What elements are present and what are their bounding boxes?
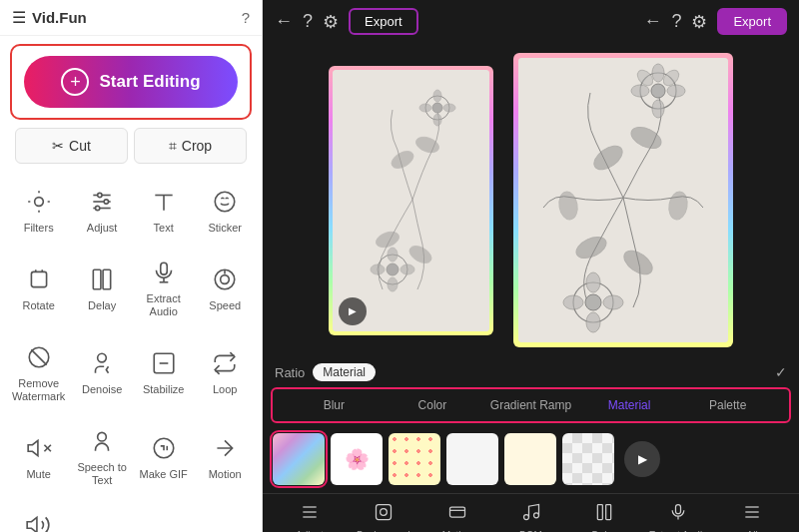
toolbar-extract-audio[interactable]: Extract Audio — [641, 502, 715, 532]
play-button-left[interactable]: ▶ — [339, 297, 367, 325]
svg-point-6 — [96, 206, 100, 210]
tool-text[interactable]: Text — [135, 176, 193, 243]
tab-blur[interactable]: Blur — [285, 393, 384, 417]
tool-boost-volume[interactable]: Boost Volume — [8, 499, 68, 532]
svg-point-36 — [432, 103, 442, 113]
toolbar-delay-icon — [594, 502, 614, 527]
material-badge[interactable]: Material — [313, 363, 376, 381]
sticker-icon — [207, 184, 243, 220]
tab-palette[interactable]: Palette — [678, 393, 777, 417]
tool-make-gif[interactable]: Make GIF — [135, 415, 193, 495]
start-editing-label: Start Editing — [99, 72, 200, 92]
stabilize-label: Stabilize — [143, 383, 185, 396]
motion-label: Motion — [209, 468, 242, 481]
export-button-right[interactable]: Export — [717, 8, 787, 35]
svg-point-44 — [388, 277, 398, 291]
tab-gradient-ramp[interactable]: Gradient Ramp — [481, 393, 580, 417]
svg-point-39 — [419, 104, 431, 112]
left-panel: ☰ Vid.Fun ? + Start Editing ✂ Cut ⌗ Crop… — [0, 0, 263, 532]
material-thumb-3[interactable] — [446, 433, 498, 485]
tab-color[interactable]: Color — [384, 393, 482, 417]
checkmark-icon[interactable]: ✓ — [775, 364, 787, 380]
tool-remove-watermark[interactable]: Remove Watermark — [8, 331, 69, 411]
right-help-icon[interactable]: ? — [303, 11, 313, 32]
delay-icon — [84, 262, 120, 297]
svg-point-58 — [631, 85, 649, 97]
svg-point-9 — [215, 192, 235, 212]
svg-marker-24 — [28, 440, 38, 455]
svg-point-72 — [380, 509, 387, 516]
play-button-material[interactable]: ▶ — [624, 441, 660, 477]
svg-rect-11 — [93, 269, 101, 289]
speed-label: Speed — [209, 299, 241, 312]
tool-motion[interactable]: Motion — [196, 415, 254, 495]
right-settings2-icon[interactable]: ⚙ — [691, 11, 707, 33]
tool-delay[interactable]: Delay — [73, 247, 131, 326]
filter-tabs: Blur Color Gradient Ramp Material Palett… — [271, 387, 791, 423]
crop-button[interactable]: ⌗ Crop — [134, 128, 247, 164]
tab-material[interactable]: Material — [580, 393, 679, 417]
right-help2-icon[interactable]: ? — [671, 11, 681, 32]
stabilize-icon — [146, 345, 182, 381]
cut-button[interactable]: ✂ Cut — [15, 128, 128, 164]
tools-grid: Filters Adjust Text Sticker Rotate — [0, 172, 262, 499]
svg-rect-10 — [31, 271, 46, 286]
filters-label: Filters — [24, 222, 54, 235]
export-button-left[interactable]: Export — [349, 8, 418, 35]
scissors-icon: ✂ — [52, 138, 64, 154]
material-thumb-4[interactable] — [504, 433, 556, 485]
svg-point-64 — [586, 272, 600, 292]
toolbar-delay[interactable]: Delay — [567, 502, 641, 532]
material-thumb-2[interactable] — [389, 433, 440, 485]
tool-rotate[interactable]: Rotate — [8, 247, 69, 326]
svg-rect-30 — [333, 70, 489, 331]
right-header-left: ← ? ⚙ Export — [275, 8, 418, 35]
sticker-label: Sticker — [208, 222, 242, 235]
back-arrow-right-icon[interactable]: ← — [643, 11, 661, 32]
toolbar-background-icon — [374, 502, 394, 527]
cut-label: Cut — [69, 138, 91, 154]
right-settings-icon[interactable]: ⚙ — [323, 11, 339, 33]
toolbar-adjust[interactable]: Adjust — [273, 502, 347, 532]
tool-sticker[interactable]: Sticker — [196, 176, 254, 243]
text-icon — [146, 184, 182, 220]
adjust-label: Adjust — [87, 222, 118, 235]
tool-extract-audio[interactable]: Extract Audio — [135, 247, 193, 326]
tool-loop[interactable]: Loop — [196, 331, 254, 411]
hamburger-icon[interactable]: ☰ — [12, 8, 26, 27]
back-arrow-icon[interactable]: ← — [275, 11, 293, 32]
crop-icon: ⌗ — [169, 138, 177, 155]
tool-adjust[interactable]: Adjust — [73, 176, 131, 243]
material-thumb-1[interactable]: 🌸 — [331, 433, 383, 485]
svg-point-37 — [433, 90, 441, 102]
toolbar-background[interactable]: Background — [347, 502, 420, 532]
tool-speech-to-text[interactable]: Speech to Text — [73, 415, 131, 495]
tool-filters[interactable]: Filters — [8, 176, 69, 243]
material-row: 🌸 ▶ — [263, 429, 799, 493]
svg-rect-76 — [598, 505, 603, 520]
start-editing-button[interactable]: + Start Editing — [24, 56, 238, 108]
extract-audio-icon — [146, 255, 182, 290]
tool-mute[interactable]: Mute — [8, 415, 69, 495]
svg-point-43 — [388, 248, 398, 262]
svg-rect-77 — [606, 505, 611, 520]
tool-denoise[interactable]: Denoise — [73, 331, 131, 411]
material-thumb-0[interactable] — [273, 433, 325, 485]
tool-stabilize[interactable]: Stabilize — [135, 331, 193, 411]
ratio-label: Ratio — [275, 365, 305, 380]
material-thumb-5[interactable] — [562, 433, 614, 485]
app-header-left: ☰ Vid.Fun — [12, 8, 87, 27]
svg-point-55 — [651, 84, 665, 98]
loop-label: Loop — [213, 383, 237, 396]
boost-volume-icon — [20, 507, 56, 532]
bottom-toolbar: Adjust Background Motion BGM — [263, 493, 799, 532]
toolbar-all[interactable]: All — [715, 502, 789, 532]
svg-point-42 — [387, 264, 399, 275]
help-icon[interactable]: ? — [242, 9, 250, 26]
toolbar-bgm[interactable]: BGM — [494, 502, 568, 532]
extract-audio-label: Extract Audio — [139, 292, 189, 318]
tool-speed[interactable]: Speed — [196, 247, 254, 326]
svg-point-75 — [533, 513, 538, 518]
svg-point-5 — [104, 200, 108, 204]
toolbar-motion[interactable]: Motion — [420, 502, 494, 532]
